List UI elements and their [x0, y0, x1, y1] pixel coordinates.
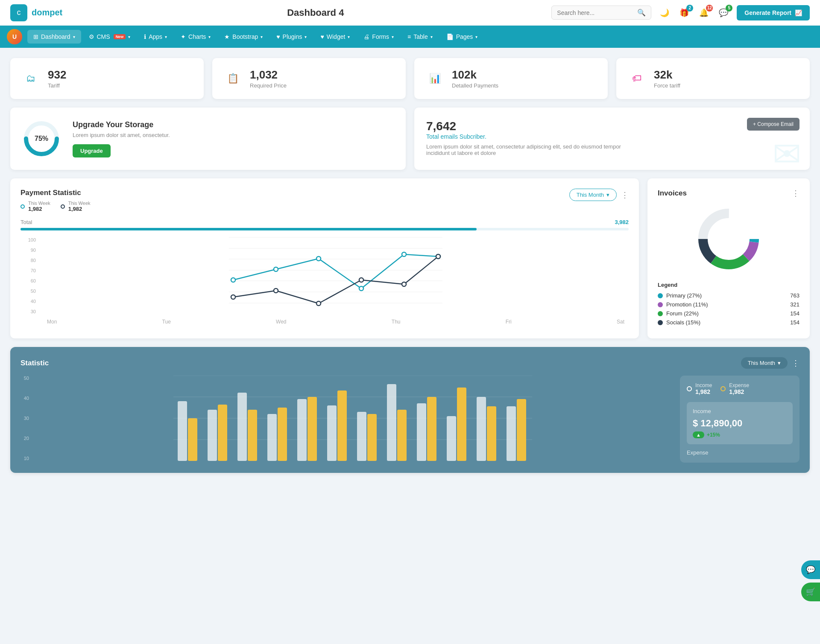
- logo-area: c dompet: [10, 4, 62, 21]
- nav-item-plugins[interactable]: ♥ Plugins ▾: [270, 30, 313, 44]
- email-subscriber-number: 7,642: [426, 119, 798, 133]
- filter-arrow: ▾: [606, 192, 609, 198]
- statistic-section: Statistic This Month ▾ ⋮ 50 40 30 20: [10, 347, 810, 473]
- email-bg-icon: ✉: [773, 134, 801, 170]
- socials-color: [658, 320, 663, 325]
- search-input[interactable]: [557, 9, 634, 16]
- forum-value: 154: [790, 310, 800, 317]
- logo-icon: c: [10, 4, 27, 21]
- svg-point-9: [231, 278, 235, 282]
- nav-item-pages[interactable]: 📄 Pages ▾: [440, 30, 484, 44]
- svg-rect-38: [297, 399, 307, 461]
- primary-label: Primary (27%): [666, 292, 702, 299]
- nav-bar: U ⊞ Dashboard ▾ ⚙ CMS New ▾ ℹ Apps ▾ ✦ C…: [0, 26, 820, 48]
- search-box[interactable]: 🔍: [551, 6, 651, 20]
- total-label: Total: [20, 219, 32, 225]
- legend-dot-2: [61, 204, 65, 209]
- socials-label: Socials (15%): [666, 319, 700, 326]
- invoices-kebab-button[interactable]: ⋮: [792, 189, 800, 198]
- table-icon: ≡: [407, 33, 411, 40]
- svg-rect-52: [507, 406, 516, 461]
- storage-description: Lorem ipsum dolor sit amet, onsectetur.: [73, 132, 170, 138]
- forum-label: Forum (22%): [666, 310, 699, 317]
- nav-item-apps[interactable]: ℹ Apps ▾: [138, 30, 173, 44]
- svg-rect-47: [427, 397, 436, 461]
- stat-card-force-tariff: 🏷 32k Force tariff: [616, 58, 810, 99]
- chat-button[interactable]: 💬 5: [717, 6, 730, 19]
- stat-card-detailed-payments: 📊 102k Detalled Payments: [414, 58, 608, 99]
- legend-primary: Primary (27%) 763: [658, 292, 800, 299]
- legend1-value: 1,982: [28, 206, 50, 212]
- nav-item-forms[interactable]: 🖨 Forms ▾: [357, 30, 400, 44]
- bar-chart-svg: [34, 376, 671, 461]
- total-value: 3,982: [615, 219, 629, 225]
- nav-item-cms[interactable]: ⚙ CMS New ▾: [83, 30, 137, 44]
- cms-new-badge: New: [114, 34, 126, 39]
- legend-title: Legend: [658, 282, 800, 288]
- svg-rect-36: [267, 414, 277, 461]
- svg-point-12: [359, 286, 363, 291]
- nav-item-table[interactable]: ≡ Table ▾: [401, 30, 439, 44]
- avatar: U: [7, 29, 22, 44]
- svg-point-10: [274, 267, 278, 271]
- statistic-bottom: 50 40 30 20 10: [20, 376, 800, 463]
- forum-color: [658, 311, 663, 316]
- required-price-number: 1,032: [250, 68, 287, 82]
- income-box: Income $ 12,890,00 ▲ +15%: [687, 402, 793, 444]
- gift-badge: 2: [686, 5, 693, 12]
- legend-dot-1: [20, 204, 25, 209]
- storage-percent-label: 75%: [35, 135, 48, 143]
- svg-rect-53: [517, 399, 526, 461]
- charts-icon: ✦: [181, 33, 186, 40]
- expense-section-label: Expense: [687, 449, 793, 456]
- income-expense-row: Income 1,982 Expense 1,982: [687, 382, 793, 395]
- stat-card-required-price: 📋 1,032 Required Price: [212, 58, 406, 99]
- invoices-donut-svg: [694, 205, 763, 273]
- chart-icon: 📈: [795, 9, 802, 16]
- this-month-filter-button[interactable]: This Month ▾: [569, 189, 617, 201]
- svg-rect-30: [178, 401, 187, 461]
- invoices-title: Invoices: [658, 189, 687, 198]
- generate-report-button[interactable]: Generate Report 📈: [737, 5, 810, 20]
- svg-rect-35: [248, 410, 257, 461]
- svg-rect-43: [367, 414, 377, 461]
- svg-rect-48: [447, 416, 456, 461]
- growth-badge: ▲: [693, 431, 704, 438]
- y-axis: 100 90 80 70 60 50 40 30: [20, 237, 38, 314]
- pages-icon: 📄: [446, 33, 454, 40]
- statistic-filter-arrow: ▾: [778, 360, 781, 366]
- force-tariff-label: Force tariff: [654, 82, 680, 89]
- main-content: 🗂 932 Tariff 📋 1,032 Required Price 📊 10…: [0, 48, 820, 483]
- moon-toggle[interactable]: 🌙: [658, 6, 671, 19]
- bell-button[interactable]: 🔔 12: [697, 6, 710, 19]
- legend-promotion: Promotion (11%) 321: [658, 301, 800, 308]
- svg-rect-32: [208, 410, 217, 461]
- detailed-payments-label: Detalled Payments: [452, 82, 498, 89]
- charts-row: Payment Statistic This Week 1,982: [10, 178, 810, 338]
- payment-kebab-button[interactable]: ⋮: [621, 190, 629, 200]
- plugins-icon: ♥: [276, 33, 280, 40]
- bar-y-axis: 50 40 30 20 10: [20, 376, 31, 461]
- pages-arrow: ▾: [475, 35, 477, 39]
- gift-button[interactable]: 🎁 2: [678, 6, 691, 19]
- invoices-donut-container: [658, 205, 800, 273]
- upgrade-button[interactable]: Upgrade: [73, 144, 111, 157]
- compose-email-button[interactable]: + Compose Email: [747, 118, 800, 131]
- email-subtitle: Total emails Subcriber.: [426, 133, 798, 140]
- income-dot: [687, 386, 692, 391]
- nav-item-bootstrap[interactable]: ★ Bootstrap ▾: [218, 30, 269, 44]
- nav-item-charts[interactable]: ✦ Charts ▾: [175, 30, 217, 44]
- forms-arrow: ▾: [392, 35, 394, 39]
- cms-arrow: ▾: [128, 35, 130, 39]
- statistic-filter-button[interactable]: This Month ▾: [741, 357, 788, 369]
- svg-rect-37: [278, 408, 287, 461]
- payment-legends: This Week 1,982 This Week 1,982: [20, 201, 91, 212]
- statistic-kebab-button[interactable]: ⋮: [792, 358, 800, 368]
- nav-item-dashboard[interactable]: ⊞ Dashboard ▾: [27, 30, 81, 44]
- widget-arrow: ▾: [348, 35, 350, 39]
- bell-badge: 12: [706, 5, 713, 12]
- forms-icon: 🖨: [363, 33, 369, 40]
- expense-label: Expense: [729, 382, 749, 388]
- bootstrap-icon: ★: [224, 33, 230, 40]
- nav-item-widget[interactable]: ♥ Widget ▾: [314, 30, 356, 44]
